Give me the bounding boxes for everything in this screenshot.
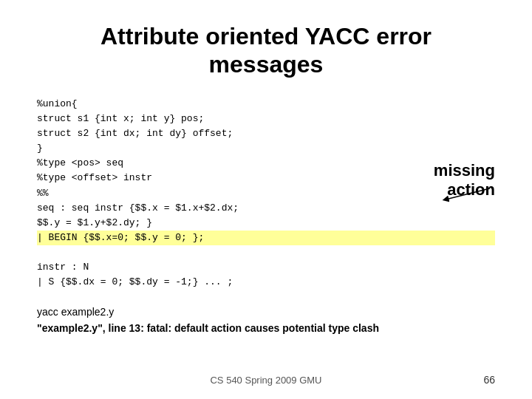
code-line-7: %%: [37, 186, 495, 201]
code-block: %union{ struct s1 {int x; int y} pos; st…: [37, 97, 495, 290]
footer: CS 540 Spring 2009 GMU: [0, 375, 532, 386]
code-line-13: | S {$$.dx = 0; $$.dy = -1;} ... ;: [37, 275, 495, 290]
slide: Attribute oriented YACC error messages %…: [0, 0, 532, 399]
footer-page-number: 66: [483, 374, 495, 386]
svg-line-0: [446, 188, 490, 200]
code-line-8: seq : seq instr {$$.x = $1.x+$2.dx;: [37, 201, 495, 216]
arrow-icon: [442, 185, 494, 210]
code-line-12: instr : N: [37, 260, 495, 275]
bottom-line1: yacc example2.y: [37, 304, 495, 320]
code-line-1: %union{: [37, 97, 495, 112]
code-line-10: | BEGIN {$$.x=0; $$.y = 0; };: [37, 231, 495, 245]
code-line-3: struct s2 {int dx; int dy} offset;: [37, 126, 495, 141]
bottom-line2: "example2.y", line 13: fatal: default ac…: [37, 320, 495, 336]
code-line-2: struct s1 {int x; int y} pos;: [37, 112, 495, 126]
slide-title: Attribute oriented YACC error messages: [37, 22, 495, 79]
code-line-9: $$.y = $1.y+$2.dy; }: [37, 216, 495, 231]
footer-center-text: CS 540 Spring 2009 GMU: [210, 375, 321, 386]
code-line-5: %type <pos> seq: [37, 156, 495, 171]
code-line-4: }: [37, 141, 495, 156]
code-line-6: %type <offset> instr: [37, 171, 495, 185]
bottom-text: yacc example2.y "example2.y", line 13: f…: [37, 304, 495, 337]
code-line-11: [37, 245, 495, 260]
